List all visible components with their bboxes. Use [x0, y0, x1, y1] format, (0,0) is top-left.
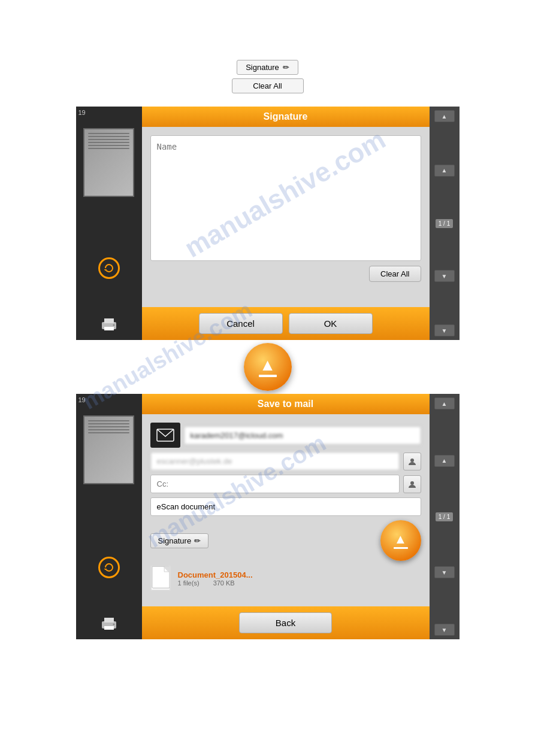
page-number-1: 19 — [78, 109, 86, 116]
scroll-down-2[interactable]: ▼ — [434, 566, 455, 578]
from-input[interactable] — [150, 452, 400, 470]
back-button[interactable]: Back — [239, 612, 332, 633]
page-thumbnail-1 — [83, 128, 134, 197]
scroll-up-top-2[interactable]: ▲ — [434, 397, 455, 409]
svg-point-3 — [113, 324, 114, 326]
mail-dialog-title: Save to mail — [258, 399, 313, 409]
mail-dialog-header: Save to mail — [142, 394, 430, 414]
scroll-down-bottom-1[interactable]: ▼ — [434, 324, 455, 336]
clear-all-button-top[interactable]: Clear All — [232, 78, 304, 93]
thumb-line — [88, 429, 129, 430]
svg-rect-1 — [104, 318, 114, 323]
upload-line-icon — [259, 375, 277, 377]
signature-dialog-header: Signature — [142, 107, 430, 127]
signature-modal: Signature Clear All Cancel OK — [142, 107, 430, 340]
scroll-down-bottom-2[interactable]: ▼ — [434, 624, 455, 636]
scroll-down-1[interactable]: ▼ — [434, 270, 455, 282]
scroll-up-1[interactable]: ▲ — [434, 165, 455, 177]
signature-name-input[interactable] — [150, 135, 421, 261]
svg-rect-13 — [152, 566, 169, 588]
to-field-row — [150, 423, 421, 448]
thumb-line — [88, 133, 129, 134]
upload-arrow-mail: ▲ — [394, 533, 407, 546]
subject-input[interactable] — [150, 497, 421, 516]
signature-dialog-title: Signature — [264, 111, 308, 122]
doc-meta: 1 file(s) 370 KB — [178, 579, 253, 587]
document-icon — [150, 566, 171, 591]
page-thumbnail-2 — [83, 415, 134, 484]
thumb-line — [88, 432, 129, 433]
right-panel-2: ▲ ▲ 1 / 1 ▼ ▼ — [430, 394, 460, 639]
top-controls-area: Signature ✏ Clear All — [0, 0, 535, 93]
clear-all-row: Clear All — [150, 266, 421, 282]
thumb-line — [88, 148, 129, 149]
left-panel-1: 19 — [76, 107, 142, 340]
print-icon-2[interactable]: + — [101, 617, 117, 631]
print-icon[interactable]: + — [101, 317, 117, 332]
from-contact-button[interactable] — [403, 453, 421, 470]
thumb-line — [88, 426, 129, 427]
from-field-row — [150, 452, 421, 470]
upload-line-mail — [394, 547, 408, 549]
svg-point-8 — [113, 624, 114, 626]
scroll-up-top-1[interactable]: ▲ — [434, 110, 455, 122]
mail-dialog-footer: Back — [142, 606, 430, 639]
edit-icon-mail: ✏ — [194, 536, 201, 545]
page-lines-2 — [84, 417, 133, 439]
thumb-line — [88, 423, 129, 424]
upload-button-mail[interactable]: ▲ — [380, 520, 421, 561]
cc-input[interactable] — [150, 475, 400, 493]
edit-icon-top: ✏ — [283, 63, 289, 72]
page-lines — [84, 129, 133, 154]
sig-label-mail: Signature — [158, 536, 192, 545]
signature-dialog-footer: Cancel OK — [142, 307, 430, 340]
clear-all-button-dialog[interactable]: Clear All — [369, 266, 421, 282]
cc-contact-button[interactable] — [403, 475, 421, 493]
cc-field-row — [150, 475, 421, 493]
thumb-line — [88, 142, 129, 143]
page-number-2: 19 — [78, 396, 86, 403]
signature-button-mail[interactable]: Signature ✏ — [150, 533, 209, 548]
signature-dialog-scene: 19 — [76, 107, 460, 340]
cancel-button[interactable]: Cancel — [199, 313, 283, 334]
thumb-line — [88, 420, 129, 421]
ok-button[interactable]: OK — [289, 313, 373, 334]
refresh-icon[interactable] — [98, 257, 120, 279]
mail-dialog-body: Signature ✏ ▲ — [142, 414, 430, 606]
sig-upload-row: Signature ✏ ▲ — [150, 520, 421, 561]
upload-button[interactable]: ▲ — [244, 343, 292, 391]
save-to-mail-modal: Save to mail — [142, 394, 430, 639]
doc-filename: Document_201504... — [178, 570, 253, 579]
mail-modal-inner: Save to mail — [142, 394, 430, 639]
page-indicator-1: 1 / 1 — [436, 219, 453, 228]
svg-rect-6 — [104, 618, 114, 623]
svg-point-12 — [410, 481, 414, 485]
signature-button-top[interactable]: Signature ✏ — [237, 60, 298, 75]
right-panel-1: ▲ ▲ 1 / 1 ▼ ▼ — [430, 107, 460, 340]
signature-label-top: Signature — [246, 63, 279, 72]
signature-modal-inner: Signature Clear All Cancel OK — [142, 107, 430, 340]
attachment-row: Document_201504... 1 file(s) 370 KB — [150, 561, 421, 596]
signature-dialog-body: Clear All — [142, 127, 430, 307]
save-to-mail-scene: 19 + — [76, 394, 460, 639]
doc-filesize: 370 KB — [213, 579, 235, 587]
to-input[interactable] — [184, 426, 421, 445]
page-indicator-2: 1 / 1 — [436, 512, 453, 521]
upload-section: manualshive.com ▲ — [0, 340, 535, 394]
svg-rect-7 — [104, 626, 114, 630]
upload-arrow-icon: ▲ — [259, 357, 276, 374]
refresh-icon-2[interactable] — [98, 557, 120, 578]
thumb-line — [88, 136, 129, 137]
thumb-line — [88, 145, 129, 146]
svg-point-11 — [410, 459, 414, 462]
svg-rect-2 — [104, 327, 114, 330]
upload-button-inner: ▲ — [259, 357, 277, 377]
left-panel-2: 19 + — [76, 394, 142, 639]
mail-envelope-icon — [150, 423, 180, 448]
doc-filecount: 1 file(s) — [178, 579, 200, 587]
scroll-up-2[interactable]: ▲ — [434, 455, 455, 467]
thumb-line — [88, 139, 129, 140]
attachment-info: Document_201504... 1 file(s) 370 KB — [178, 570, 253, 587]
